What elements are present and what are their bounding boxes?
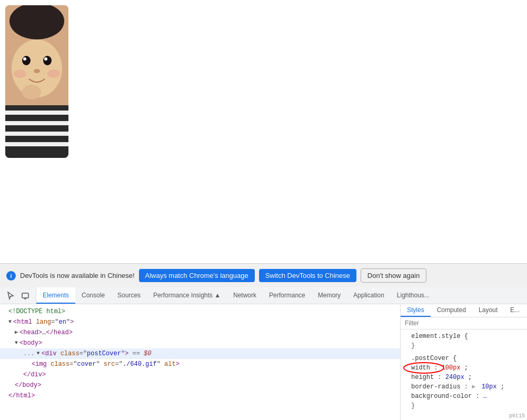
svg-point-6 [44,57,47,61]
svg-rect-13 [5,121,68,125]
tab-sources[interactable]: Sources [111,287,147,304]
postcover-width-line[interactable]: width : 100px ; [405,363,523,373]
postcover-borderradius-value: 10px [482,383,497,391]
styles-filter-bar[interactable] [401,317,527,329]
svg-rect-12 [5,111,68,115]
notification-text: DevTools is now available in Chinese! [20,272,135,279]
html-line-img: <img class =" cover " src =" ./640.gif "… [0,359,400,369]
element-style-selector: element.style { [405,332,523,341]
svg-rect-16 [22,293,28,298]
inspect-icon[interactable] [4,289,17,302]
dont-show-again-button[interactable]: Don't show again [361,268,426,283]
html-line-body: ▼ <body> [0,338,400,348]
postcover-height-line[interactable]: height : 240px ; [405,373,523,382]
device-toggle-icon[interactable] [19,289,32,302]
svg-point-8 [14,69,26,78]
tab-application[interactable]: Application [347,287,391,304]
html-panel: <!DOCTYPE html> ▼ <html lang =" en " > ▶… [0,304,401,420]
html-line-close-body: </body> [0,380,400,391]
svg-point-9 [47,69,60,78]
html-line-close-div: </div> [0,369,400,380]
switch-to-chinese-button[interactable]: Switch DevTools to Chinese [259,269,356,282]
html-line-doctype: <!DOCTYPE html> [0,306,400,317]
postcover-borderradius-line[interactable]: border-radius : ▶ 10px ; [405,382,523,392]
html-line-head: ▶ <head> … </head> [0,327,400,338]
html-line-html: ▼ <html lang =" en " > [0,317,400,327]
postcover-width-value: 100px [442,364,461,372]
watermark-text: p6t15 [509,413,525,419]
tab-network[interactable]: Network [227,287,263,304]
svg-point-10 [22,85,41,99]
styles-content: element.style { } .postCover { width : 1… [401,329,527,416]
tab-memory[interactable]: Memory [312,287,347,304]
devtools-notification-bar: i DevTools is now available in Chinese! … [0,263,527,287]
postcover-height-value: 240px [445,374,464,381]
svg-point-4 [43,56,52,65]
browser-page [0,0,527,263]
styles-tab-computed[interactable]: Computed [431,304,472,317]
devtools-icon-area [0,287,36,304]
styles-tab-styles[interactable]: Styles [401,304,431,317]
html-line-div-postcover[interactable]: ... ▼ <div class =" postCover " > == $0 [0,348,400,359]
baby-image-inner [5,5,68,158]
styles-tab-more[interactable]: E... [504,304,526,317]
devtools-main-content: <!DOCTYPE html> ▼ <html lang =" en " > ▶… [0,304,527,420]
styles-panel-tabs: Styles Computed Layout E... [401,304,527,317]
svg-point-5 [23,57,26,61]
postcover-selector: .postCover { [405,354,523,363]
svg-point-7 [34,69,40,73]
devtools-tabs-bar: Elements Console Sources Performance ins… [0,287,527,304]
svg-rect-17 [24,298,26,299]
postcover-bgcolor-value: … [483,393,487,400]
tab-performance[interactable]: Performance [263,287,312,304]
postcover-close: } [405,401,523,411]
svg-point-3 [22,56,31,65]
postcover-bgcolor-line[interactable]: background-color : … [405,392,523,401]
svg-rect-14 [5,132,68,136]
info-icon: i [6,271,16,281]
svg-rect-15 [5,142,68,146]
tab-lighthouse[interactable]: Lighthous... [391,287,436,304]
postcover-style-block: .postCover { width : 100px ; height : [405,354,523,411]
element-style-close: } [405,341,523,351]
always-match-language-button[interactable]: Always match Chrome's language [139,269,255,282]
tab-performance-insights[interactable]: Performance insights ▲ [147,287,227,304]
styles-tab-layout[interactable]: Layout [472,304,504,317]
html-line-close-html: </html> [0,391,400,401]
element-style-block: element.style { } [405,332,523,351]
styles-filter-input[interactable] [405,319,523,327]
styles-panel: Styles Computed Layout E... element.styl… [401,304,527,420]
tab-console[interactable]: Console [75,287,111,304]
baby-image [5,5,68,158]
tab-elements[interactable]: Elements [36,287,75,304]
